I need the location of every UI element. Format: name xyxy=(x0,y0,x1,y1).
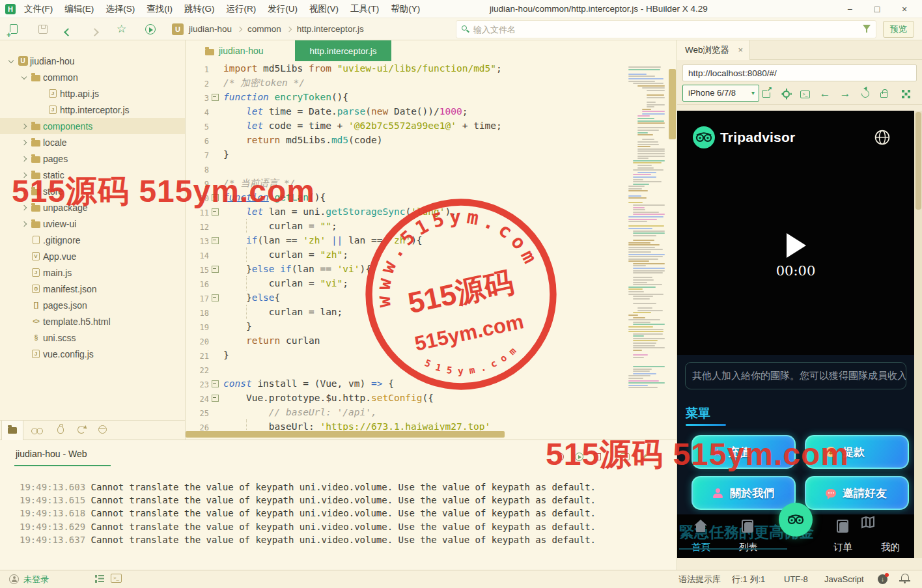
sidebar-tab-web[interactable] xyxy=(95,423,109,438)
fold-marker[interactable] xyxy=(209,90,220,104)
browser-refresh-button[interactable] xyxy=(859,87,873,100)
menu-item[interactable]: 编辑(E) xyxy=(59,0,100,18)
new-file-button[interactable] xyxy=(8,23,21,36)
fold-marker[interactable] xyxy=(209,204,220,219)
tripadvisor-owl-icon[interactable] xyxy=(779,503,813,537)
outline-icon[interactable] xyxy=(95,575,104,583)
browser-url-bar[interactable] xyxy=(682,64,917,81)
tree-item-store[interactable]: store xyxy=(0,183,185,199)
sidebar-tab-search[interactable] xyxy=(31,423,46,438)
editor-project-label[interactable]: jiudian-hou xyxy=(205,40,264,61)
language-globe-icon[interactable] xyxy=(874,129,891,148)
tree-item-components[interactable]: components xyxy=(0,118,185,134)
sidebar-tab-debug[interactable] xyxy=(53,423,68,438)
code-line[interactable]: 21} xyxy=(186,348,628,362)
tabbar-item-list[interactable]: 列表 xyxy=(725,514,772,558)
minimize-button[interactable]: − xyxy=(836,0,863,18)
tree-chevron-icon[interactable] xyxy=(7,60,16,63)
tree-item-vue-config-js[interactable]: Jvue.config.js xyxy=(0,346,185,362)
minimap[interactable] xyxy=(628,66,666,389)
browser-tab[interactable]: Web浏览器 × xyxy=(677,40,750,60)
code-line[interactable]: 6 return md5Libs.md5(code) xyxy=(186,133,628,147)
tabbar-item-home[interactable]: 首頁 xyxy=(677,514,725,558)
tree-item-template-h5-html[interactable]: <>template.h5.html xyxy=(0,313,185,329)
code-line[interactable]: 3function encryToken(){ xyxy=(186,90,628,104)
tree-item-pages-json[interactable]: [ ]pages.json xyxy=(0,297,185,313)
browser-qrcode-button[interactable] xyxy=(900,87,913,100)
menu-item[interactable]: 跳转(G) xyxy=(178,0,221,18)
menu-item[interactable]: 选择(S) xyxy=(100,0,141,18)
device-selector[interactable]: iPhone 6/7/8 ▾ xyxy=(682,85,759,102)
code-line[interactable]: 23const install = (Vue, vm) => { xyxy=(186,376,628,391)
tree-item-app-vue[interactable]: VApp.vue xyxy=(0,248,185,264)
open-external-button[interactable] xyxy=(761,87,774,100)
vertical-scrollbar[interactable] xyxy=(669,69,676,139)
breadcrumb-item[interactable]: jiudian-hou xyxy=(189,24,232,34)
close-icon[interactable]: × xyxy=(738,40,743,60)
terminal-icon[interactable]: >_ xyxy=(111,574,122,583)
status-hints[interactable]: 语法提示库 xyxy=(678,570,721,588)
menu-item[interactable]: 发行(U) xyxy=(262,0,303,18)
console-run-button[interactable] xyxy=(574,452,584,462)
fold-marker[interactable] xyxy=(209,391,220,405)
browser-url-input[interactable] xyxy=(683,65,916,81)
code-line[interactable]: 11 let lan = uni.getStorageSync('lang'), xyxy=(186,204,628,219)
tabbar-item-owl[interactable] xyxy=(772,514,820,558)
code-line[interactable]: 7} xyxy=(186,147,628,161)
tabbar-item-map[interactable]: 我的 xyxy=(867,514,914,558)
code-line[interactable]: 14 curlan = "zh"; xyxy=(186,247,628,262)
fold-marker[interactable] xyxy=(209,290,220,305)
code-line[interactable]: 24 Vue.prototype.$u.http.setConfig({ xyxy=(186,391,628,405)
tree-chevron-icon[interactable] xyxy=(20,173,29,177)
preview-button[interactable]: 预览 xyxy=(883,21,914,38)
browser-console-button[interactable]: >_ xyxy=(799,87,812,100)
code-line[interactable]: 25 // baseUrl: '/api', xyxy=(186,405,628,419)
tree-item-common[interactable]: common xyxy=(0,69,185,85)
menu-item[interactable]: 文件(F) xyxy=(18,0,59,18)
update-icon[interactable]: ↓ xyxy=(878,574,887,584)
code-area[interactable]: 1import md5Libs from "uview-ui/libs/func… xyxy=(186,61,628,430)
status-language[interactable]: JavaScript xyxy=(824,570,864,588)
run-button[interactable] xyxy=(144,23,157,36)
maximize-button[interactable]: □ xyxy=(863,0,891,18)
forward-button[interactable] xyxy=(92,23,105,36)
code-line[interactable]: 13 if(lan == 'zh' || lan == 'zh'){ xyxy=(186,233,628,247)
status-cursor-position[interactable]: 行:1 列:1 xyxy=(732,570,765,588)
tree-item-main-js[interactable]: Jmain.js xyxy=(0,264,185,281)
play-button[interactable] xyxy=(787,233,806,258)
tree-item-locale[interactable]: locale xyxy=(0,134,185,150)
browser-scrollbar[interactable] xyxy=(914,111,922,558)
app-button-coin[interactable]: ¥提款 xyxy=(805,435,909,469)
code-line[interactable]: 12 curlan = ""; xyxy=(186,219,628,233)
console-terminal-button[interactable]: >_ xyxy=(620,452,630,462)
favorite-button[interactable]: ☆ xyxy=(117,23,130,36)
tree-item-http-api-js[interactable]: Jhttp.api.js xyxy=(0,85,185,102)
tree-item-manifest-json[interactable]: ⊙manifest.json xyxy=(0,281,185,297)
tree-item-unpackage[interactable]: unpackage xyxy=(0,199,185,216)
code-line[interactable]: 18 curlan = lan; xyxy=(186,305,628,319)
tree-chevron-icon[interactable] xyxy=(20,157,29,161)
sidebar-tab-sync[interactable] xyxy=(74,423,89,438)
status-login[interactable]: 未登录 xyxy=(23,570,49,588)
app-button-person[interactable]: 關於我們 xyxy=(692,476,796,510)
horizontal-scrollbar[interactable] xyxy=(186,431,505,438)
menu-item[interactable]: 帮助(Y) xyxy=(385,0,426,18)
tree-chevron-icon[interactable] xyxy=(20,76,29,79)
file-search-input[interactable] xyxy=(473,21,864,38)
code-line[interactable]: 4 let time = Date.parse(new Date())/1000… xyxy=(186,104,628,119)
code-line[interactable]: 5 let code = time + '@62b7c5572a99ee1@' … xyxy=(186,119,628,133)
code-line[interactable]: 8 xyxy=(186,161,628,176)
console-tab[interactable]: jiudian-hou - Web xyxy=(16,449,87,459)
menu-item[interactable]: 运行(R) xyxy=(221,0,262,18)
browser-lock-button[interactable] xyxy=(878,87,891,100)
tree-chevron-icon[interactable] xyxy=(20,206,29,210)
menu-item[interactable]: 工具(T) xyxy=(344,0,385,18)
sidebar-tab-files[interactable] xyxy=(1,421,23,440)
tree-chevron-icon[interactable] xyxy=(20,141,29,145)
fold-marker[interactable] xyxy=(209,190,220,204)
console-scroll-button[interactable]: ↓ xyxy=(655,452,665,462)
scrollbar-thumb[interactable] xyxy=(915,112,921,210)
console-clear-button[interactable] xyxy=(638,452,649,462)
status-encoding[interactable]: UTF-8 xyxy=(784,570,808,588)
code-line[interactable]: 19 } xyxy=(186,319,628,333)
